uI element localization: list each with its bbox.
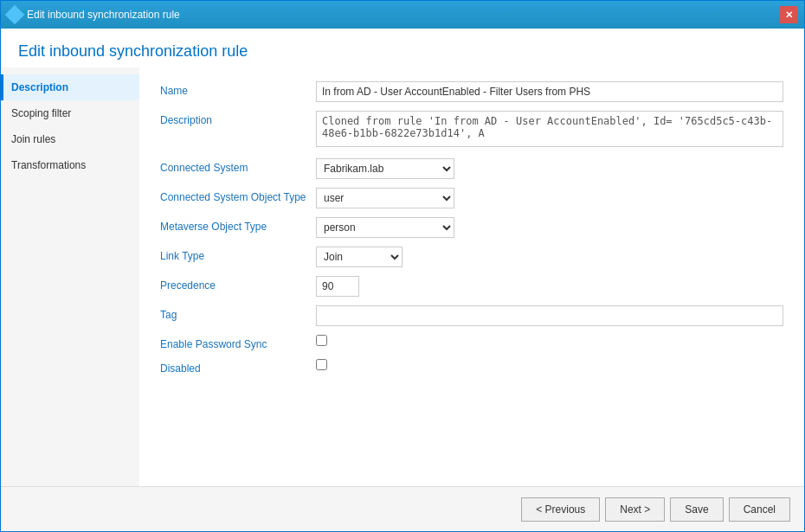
sidebar-item-join-rules[interactable]: Join rules <box>1 126 139 152</box>
link-type-select[interactable]: Join <box>316 247 402 267</box>
name-row: Name <box>160 81 783 102</box>
sidebar-item-label: Join rules <box>11 133 55 145</box>
previous-button[interactable]: < Previous <box>521 497 600 522</box>
sidebar: Description Scoping filter Join rules Tr… <box>1 67 139 486</box>
page-title: Edit inbound synchronization rule <box>18 42 787 61</box>
metaverse-object-type-select-wrap: person <box>316 217 783 238</box>
window-title: Edit inbound synchronization rule <box>27 9 180 21</box>
connected-system-object-type-label: Connected System Object Type <box>160 188 316 203</box>
form-area: Name Description Connected System <box>139 67 804 486</box>
enable-password-sync-control <box>316 335 783 346</box>
precedence-row: Precedence <box>160 276 783 297</box>
connected-system-row: Connected System Fabrikam.lab <box>160 158 783 179</box>
description-textarea[interactable] <box>316 111 783 147</box>
sidebar-item-description[interactable]: Description <box>1 74 139 100</box>
tag-label: Tag <box>160 305 316 321</box>
connected-system-object-type-control: user <box>316 188 783 208</box>
save-button[interactable]: Save <box>670 497 723 522</box>
precedence-control <box>316 276 783 297</box>
precedence-label: Precedence <box>160 276 316 292</box>
next-button[interactable]: Next > <box>605 497 665 522</box>
sidebar-item-label: Scoping filter <box>11 107 71 119</box>
disabled-control <box>316 359 783 370</box>
cancel-button[interactable]: Cancel <box>729 497 790 522</box>
metaverse-object-type-label: Metaverse Object Type <box>160 217 316 233</box>
name-label: Name <box>160 81 316 97</box>
sidebar-item-transformations[interactable]: Transformations <box>1 152 139 178</box>
disabled-row: Disabled <box>160 359 783 375</box>
footer: < Previous Next > Save Cancel <box>1 486 804 531</box>
enable-password-sync-label: Enable Password Sync <box>160 335 316 350</box>
link-type-row: Link Type Join <box>160 247 783 267</box>
sidebar-item-label: Description <box>11 81 68 93</box>
connected-system-object-type-select[interactable]: user <box>316 188 454 208</box>
precedence-input[interactable] <box>316 276 359 297</box>
metaverse-object-type-select[interactable]: person <box>316 217 454 238</box>
disabled-label: Disabled <box>160 359 316 375</box>
sidebar-item-scoping-filter[interactable]: Scoping filter <box>1 100 139 126</box>
page-header: Edit inbound synchronization rule <box>1 29 804 67</box>
link-type-control: Join <box>316 247 783 267</box>
page-wrapper: Edit inbound synchronization rule Descri… <box>1 29 804 531</box>
name-input[interactable] <box>316 81 783 102</box>
metaverse-object-type-control: person <box>316 217 783 238</box>
disabled-checkbox-wrap <box>316 359 783 370</box>
main-body: Description Scoping filter Join rules Tr… <box>1 67 804 486</box>
metaverse-object-type-row: Metaverse Object Type person <box>160 217 783 238</box>
disabled-checkbox[interactable] <box>316 359 327 370</box>
connected-system-select-wrap: Fabrikam.lab <box>316 158 783 179</box>
description-control <box>316 111 783 150</box>
link-type-select-wrap: Join <box>316 247 783 267</box>
connected-system-label: Connected System <box>160 158 316 174</box>
app-icon <box>8 8 22 22</box>
title-bar: Edit inbound synchronization rule ✕ <box>1 1 804 29</box>
close-button[interactable]: ✕ <box>780 6 797 23</box>
connected-system-object-type-row: Connected System Object Type user <box>160 188 783 208</box>
enable-password-sync-row: Enable Password Sync <box>160 335 783 350</box>
main-window: Edit inbound synchronization rule ✕ Edit… <box>0 0 805 532</box>
enable-password-sync-checkbox[interactable] <box>316 335 327 346</box>
connected-system-select[interactable]: Fabrikam.lab <box>316 158 454 179</box>
connected-system-control: Fabrikam.lab <box>316 158 783 179</box>
sidebar-item-label: Transformations <box>11 159 86 171</box>
title-bar-left: Edit inbound synchronization rule <box>8 8 180 22</box>
description-row: Description <box>160 111 783 150</box>
name-control <box>316 81 783 102</box>
tag-input[interactable] <box>316 305 783 326</box>
enable-password-sync-checkbox-wrap <box>316 335 783 346</box>
link-type-label: Link Type <box>160 247 316 262</box>
tag-control <box>316 305 783 326</box>
description-label: Description <box>160 111 316 126</box>
connected-system-object-type-select-wrap: user <box>316 188 783 208</box>
tag-row: Tag <box>160 305 783 326</box>
